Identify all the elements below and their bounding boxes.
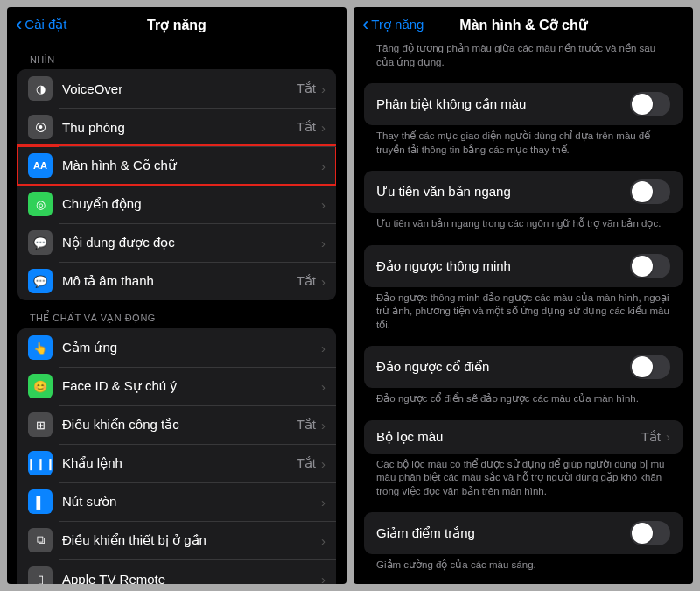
row-label: Face ID & Sự chú ý (62, 378, 321, 394)
side-icon: ▌ (28, 489, 52, 514)
settings-row-atv[interactable]: ▯Apple TV Remote› (18, 559, 336, 584)
chevron-right-icon: › (666, 429, 670, 444)
row-label: Thu phóng (62, 120, 297, 135)
row-label: Màn hình & Cỡ chữ (62, 158, 321, 173)
row-label: Mô tả âm thanh (62, 273, 297, 289)
chevron-right-icon: › (321, 379, 326, 394)
chevron-right-icon: › (321, 236, 326, 250)
setting-row[interactable]: Bộ lọc màuTắt› (364, 420, 682, 454)
touch-icon: 👆 (28, 335, 52, 360)
toggle-switch[interactable] (630, 92, 670, 116)
toggle-switch[interactable] (630, 355, 670, 379)
setting-row[interactable]: Phân biệt không cần màu (364, 83, 682, 125)
row-label: Nội dung được đọc (62, 235, 321, 250)
section-physical: THỂ CHẤT VÀ VẬN ĐỘNG (18, 300, 336, 328)
row-label: Điều khiển công tắc (62, 417, 297, 433)
voice-ctrl-icon: ❙❙❙ (28, 451, 52, 475)
settings-row-remote[interactable]: ⧉Điều khiển thiết bị ở gần› (18, 521, 336, 559)
settings-row-motion[interactable]: ◎Chuyển động› (18, 185, 336, 223)
toggle-switch[interactable] (630, 179, 670, 204)
section-vision: NHÌN (18, 42, 336, 69)
audio-desc-icon: 💬 (28, 269, 52, 293)
row-label: Khẩu lệnh (62, 455, 297, 471)
setting-description: Các bộ lọc màu có thể được sử dụng để gi… (364, 454, 682, 499)
settings-row-face[interactable]: 😊Face ID & Sự chú ý› (18, 367, 336, 405)
scroll-area-right: Tăng độ tương phản màu giữa các màu nền … (354, 42, 693, 584)
row-label: VoiceOver (62, 81, 297, 96)
section-description: Tăng độ tương phản màu giữa các màu nền … (364, 42, 682, 69)
settings-row-voiceover[interactable]: ◑VoiceOverTắt› (18, 69, 336, 108)
chevron-right-icon: › (321, 81, 326, 96)
toggle-switch[interactable] (630, 521, 670, 545)
group-vision: ◑VoiceOverTắt›⦿Thu phóngTắt›AAMàn hình &… (18, 69, 336, 300)
back-label: Cài đặt (24, 17, 66, 32)
chevron-right-icon: › (321, 274, 326, 289)
setting-row[interactable]: Đảo ngược thông minh (364, 245, 682, 287)
setting-row[interactable]: Đảo ngược cổ điển (364, 346, 682, 388)
row-label: Nút sườn (62, 494, 321, 510)
setting-label: Ưu tiên văn bản ngang (376, 184, 511, 200)
setting-row[interactable]: Ưu tiên văn bản ngang (364, 171, 682, 213)
row-status: Tắt (297, 455, 316, 471)
toggle-switch[interactable] (630, 254, 670, 278)
chevron-right-icon: › (321, 120, 326, 135)
setting-group: Ưu tiên văn bản ngang (364, 171, 682, 213)
chevron-right-icon: › (321, 456, 326, 471)
chevron-left-icon: ‹ (362, 15, 368, 34)
phone-left: ‹ Cài đặt Trợ năng NHÌN ◑VoiceOverTắt›⦿T… (7, 7, 346, 584)
settings-row-zoom[interactable]: ⦿Thu phóngTắt› (18, 108, 336, 146)
zoom-icon: ⦿ (28, 115, 52, 139)
phone-right: ‹ Trợ năng Màn hình & Cỡ chữ Tăng độ tươ… (354, 7, 693, 584)
setting-label: Giảm điểm trắng (376, 525, 475, 541)
chevron-left-icon: ‹ (16, 15, 22, 34)
setting-description: Ưu tiên văn bản ngang trong các ngôn ngữ… (364, 213, 682, 231)
settings-row-audio-desc[interactable]: 💬Mô tả âm thanhTắt› (18, 262, 336, 300)
chevron-right-icon: › (321, 495, 326, 510)
settings-row-switch[interactable]: ⊞Điều khiển công tắcTắt› (18, 405, 336, 444)
row-label: Điều khiển thiết bị ở gần (62, 532, 321, 548)
chevron-right-icon: › (321, 572, 326, 585)
settings-row-aa[interactable]: AAMàn hình & Cỡ chữ› (18, 146, 336, 185)
setting-group: Giảm điểm trắng (364, 512, 682, 554)
setting-group: Phân biệt không cần màu (364, 83, 682, 125)
face-icon: 😊 (28, 374, 52, 398)
setting-group: Đảo ngược thông minh (364, 245, 682, 287)
setting-label: Bộ lọc màu (376, 429, 443, 445)
setting-label: Đảo ngược cổ điển (376, 359, 489, 375)
row-status: Tắt (297, 273, 316, 289)
switch-icon: ⊞ (28, 412, 52, 437)
row-label: Apple TV Remote (62, 572, 321, 585)
setting-label: Đảo ngược thông minh (376, 258, 511, 274)
back-label: Trợ năng (371, 17, 424, 32)
back-button[interactable]: ‹ Cài đặt (16, 15, 67, 34)
setting-description: Thay thế các mục giao diện người dùng ch… (364, 125, 682, 157)
setting-group: Bộ lọc màuTắt› (364, 420, 682, 454)
motion-icon: ◎ (28, 192, 52, 216)
group-physical: 👆Cảm ứng›😊Face ID & Sự chú ý›⊞Điều khiển… (18, 328, 336, 584)
row-status: Tắt (297, 119, 316, 135)
chevron-right-icon: › (321, 341, 326, 355)
setting-description: Giảm cường độ của các màu sáng. (364, 554, 682, 573)
row-status: Tắt (297, 81, 316, 96)
back-button[interactable]: ‹ Trợ năng (362, 15, 424, 34)
aa-icon: AA (28, 153, 52, 178)
voiceover-icon: ◑ (28, 76, 52, 101)
setting-status: Tắt (641, 429, 661, 445)
settings-row-side[interactable]: ▌Nút sườn› (18, 482, 336, 521)
nav-bar: ‹ Trợ năng Màn hình & Cỡ chữ (354, 7, 693, 42)
chevron-right-icon: › (321, 158, 326, 173)
setting-description: Đảo ngược cổ điển sẽ đảo ngược các màu c… (364, 388, 682, 406)
settings-row-voice-ctrl[interactable]: ❙❙❙Khẩu lệnhTắt› (18, 444, 336, 482)
settings-row-touch[interactable]: 👆Cảm ứng› (18, 328, 336, 367)
chevron-right-icon: › (321, 533, 326, 548)
chevron-right-icon: › (321, 197, 326, 212)
setting-row[interactable]: Giảm điểm trắng (364, 512, 682, 554)
setting-description: Đảo ngược thông minh đảo ngược các màu c… (364, 287, 682, 333)
nav-bar: ‹ Cài đặt Trợ năng (7, 7, 346, 42)
settings-row-speech[interactable]: 💬Nội dung được đọc› (18, 223, 336, 262)
row-label: Cảm ứng (62, 340, 321, 355)
row-status: Tắt (297, 417, 316, 433)
chevron-right-icon: › (321, 418, 326, 433)
speech-icon: 💬 (28, 230, 52, 255)
atv-icon: ▯ (28, 566, 52, 584)
